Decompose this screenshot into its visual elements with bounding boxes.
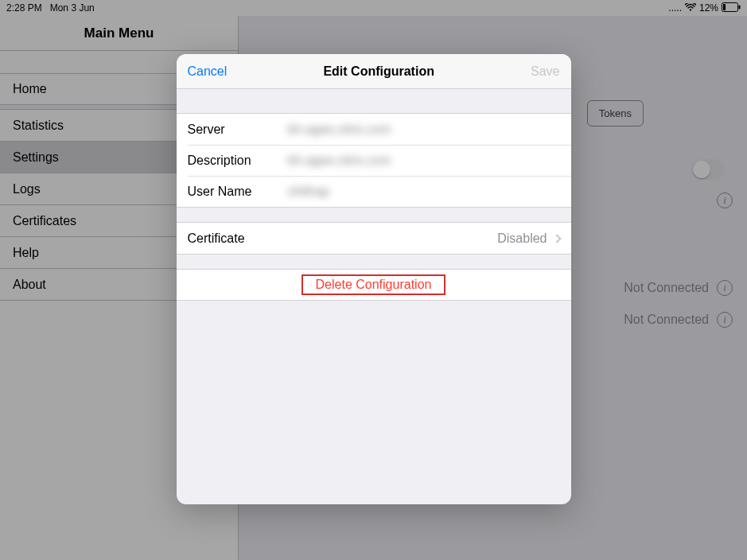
fields-group: Server bh.agee.citrix.com Description bh… xyxy=(177,113,571,208)
description-row[interactable]: Description bh.agee.citrix.com xyxy=(188,145,571,176)
server-label: Server xyxy=(188,122,288,137)
username-label: User Name xyxy=(188,185,288,199)
edit-configuration-modal: Cancel Edit Configuration Save Server bh… xyxy=(177,54,571,504)
certificate-label: Certificate xyxy=(188,231,288,246)
modal-header: Cancel Edit Configuration Save xyxy=(177,54,571,89)
server-row[interactable]: Server bh.agee.citrix.com xyxy=(177,114,571,145)
delete-group: Delete Configuration xyxy=(177,269,571,301)
save-button[interactable]: Save xyxy=(531,64,559,79)
cancel-button[interactable]: Cancel xyxy=(188,64,228,79)
username-value: ohithap xyxy=(288,185,560,199)
delete-configuration-button[interactable]: Delete Configuration xyxy=(177,270,571,300)
certificate-status: Disabled xyxy=(497,231,547,246)
description-value: bh.agee.citrix.com xyxy=(288,154,560,168)
username-row[interactable]: User Name ohithap xyxy=(188,176,571,207)
chevron-right-icon xyxy=(552,234,561,243)
server-value: bh.agee.citrix.com xyxy=(288,122,560,137)
description-label: Description xyxy=(188,154,288,168)
certificate-group: Certificate Disabled xyxy=(177,222,571,255)
modal-title: Edit Configuration xyxy=(323,64,434,79)
delete-label: Delete Configuration xyxy=(302,274,446,295)
certificate-row[interactable]: Certificate Disabled xyxy=(177,223,571,254)
